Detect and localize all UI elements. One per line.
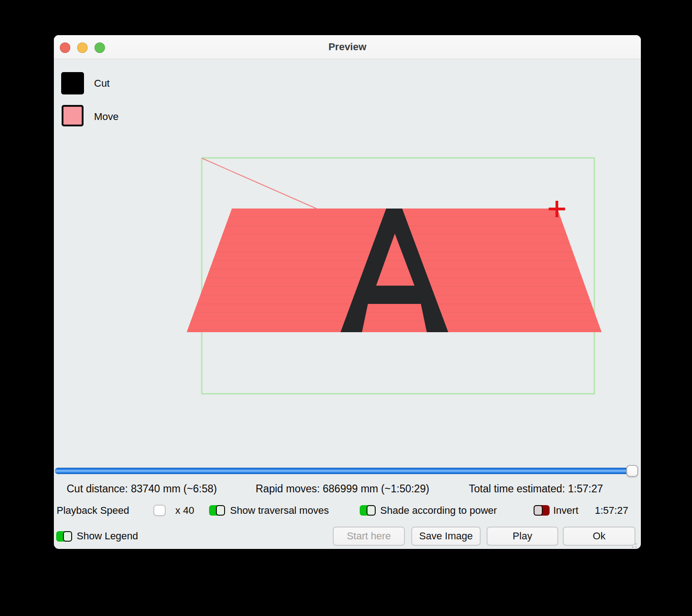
speed-multiplier-label: x 40 [175,505,194,517]
window-titlebar: Preview [54,35,641,59]
resize-grip[interactable] [635,543,637,545]
shade-power-label: Shade according to power [380,505,497,517]
legend-cut-label: Cut [94,78,110,89]
total-time-text: Total time estimated: 1:57:27 [469,483,603,495]
toggle-knob [534,505,543,516]
invert-toggle[interactable] [534,505,550,516]
show-traversal-toggle[interactable] [209,505,225,516]
cut-letter-a [341,209,448,332]
save-image-button[interactable]: Save Image [411,527,481,546]
playback-speed-label: Playback Speed [57,505,129,517]
rapid-moves-text: Rapid moves: 686999 mm (~1:50:29) [256,483,429,495]
bed-outline [202,158,594,394]
shade-power-toggle[interactable] [360,505,376,516]
legend-move-swatch [62,105,84,126]
show-legend-label: Show Legend [77,530,138,542]
toggle-knob [216,505,225,516]
engrave-moves-area [187,209,602,332]
window-title: Preview [54,41,641,59]
legend-move-label: Move [94,111,119,123]
desktop-background: Preview Cut Move Cut distance: 83740 mm … [0,0,692,616]
playback-speed-checkbox[interactable] [153,505,166,516]
legend-cut-swatch [61,72,84,94]
show-traversal-label: Show traversal moves [230,505,329,517]
playback-time-display: 1:57:27 [595,505,628,517]
play-button[interactable]: Play [487,527,558,546]
toggle-knob [63,531,72,542]
ok-button[interactable]: Ok [563,527,635,546]
show-legend-toggle[interactable] [56,531,72,542]
engrave-banding-overlay [187,209,602,332]
cut-distance-text: Cut distance: 83740 mm (~6:58) [67,483,217,495]
preview-window: Preview Cut Move Cut distance: 83740 mm … [54,35,641,549]
toggle-knob [367,505,376,516]
playback-progress-slider[interactable] [55,468,638,474]
travel-move-line [202,158,316,209]
start-here-button[interactable]: Start here [333,527,405,546]
playback-slider-handle[interactable] [626,465,638,477]
invert-label: Invert [553,505,578,517]
